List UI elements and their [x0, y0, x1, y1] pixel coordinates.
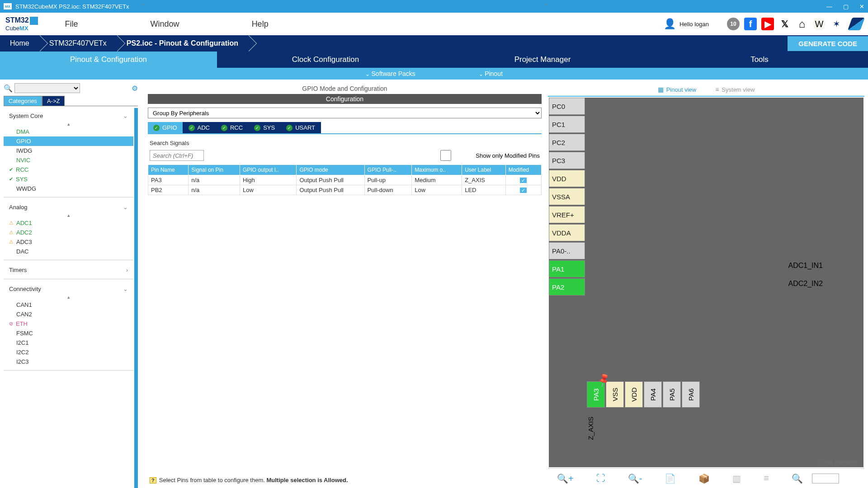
pin-VDD[interactable]: VDD: [625, 381, 643, 408]
tab-pinout[interactable]: Pinout & Configuration: [0, 52, 217, 68]
minimize-button[interactable]: ―: [826, 3, 832, 10]
crumb-home[interactable]: Home: [0, 35, 39, 52]
section-timers[interactable]: Timers›: [4, 262, 133, 275]
tab-az[interactable]: A->Z: [42, 96, 65, 106]
rotate-icon[interactable]: 📄: [665, 473, 676, 484]
pin-PA6[interactable]: PA6: [682, 381, 700, 408]
item-adc2[interactable]: ⚠ADC2: [4, 228, 133, 237]
st-logo[interactable]: [848, 18, 865, 30]
tab-project[interactable]: Project Manager: [434, 52, 651, 68]
item-adc1[interactable]: ⚠ADC1: [4, 218, 133, 228]
pin-VSSA[interactable]: VSSA: [549, 188, 585, 205]
pin-PC2[interactable]: PC2: [549, 134, 585, 151]
item-sys[interactable]: ✔SYS: [4, 174, 133, 184]
item-dma[interactable]: DMA: [4, 127, 133, 136]
item-gpio[interactable]: GPIO: [4, 136, 133, 146]
pin-VSS[interactable]: VSS: [606, 381, 624, 408]
close-button[interactable]: ✕: [859, 3, 864, 10]
tab-clock[interactable]: Clock Configuration: [217, 52, 434, 68]
item-eth[interactable]: ⊘ETH: [4, 319, 133, 328]
pin-VREF[interactable]: VREF+: [549, 206, 585, 223]
ptab-sys[interactable]: ✓SYS: [249, 122, 281, 133]
pin-PA4[interactable]: PA4: [644, 381, 662, 408]
col-header[interactable]: GPIO Pull-..: [364, 165, 412, 175]
settings-icon[interactable]: ⚙: [132, 84, 138, 93]
pinout-menu[interactable]: Pinout: [479, 70, 503, 77]
col-header[interactable]: Modified: [505, 165, 541, 175]
col-header[interactable]: GPIO mode: [297, 165, 364, 175]
x-icon[interactable]: 𝕏: [778, 18, 791, 30]
package-icon[interactable]: 📦: [698, 473, 710, 484]
ptab-gpio[interactable]: ✓GPIO: [148, 122, 183, 133]
item-rcc[interactable]: ✔RCC: [4, 165, 133, 174]
pin-VDDA[interactable]: VDDA: [549, 224, 585, 241]
collapse-handle[interactable]: ▴: [4, 212, 133, 218]
zoom-out-icon[interactable]: 🔍-: [628, 473, 642, 484]
item-i2c1[interactable]: I2C1: [4, 338, 133, 347]
zoom-in-icon[interactable]: 🔍+: [557, 473, 574, 484]
ptab-usart[interactable]: ✓USART: [281, 122, 321, 133]
pinout-view-tab[interactable]: ▦Pinout view: [655, 85, 699, 94]
pin-PA1[interactable]: PA1: [549, 260, 585, 277]
pin-PA5[interactable]: PA5: [663, 381, 681, 408]
item-i2c3[interactable]: I2C3: [4, 357, 133, 366]
community-icon[interactable]: ✶: [830, 18, 843, 30]
col-header[interactable]: User Label: [462, 165, 505, 175]
ptab-rcc[interactable]: ✓RCC: [216, 122, 249, 133]
pin-PC1[interactable]: PC1: [549, 116, 585, 133]
facebook-icon[interactable]: f: [744, 18, 757, 30]
system-view-tab[interactable]: ≡System view: [712, 85, 757, 94]
menu-help[interactable]: Help: [252, 19, 269, 29]
pin-PA0[interactable]: PA0-..: [549, 242, 585, 259]
software-packs-menu[interactable]: Software Packs: [365, 70, 415, 77]
maximize-button[interactable]: ▢: [843, 3, 849, 10]
menu-file[interactable]: File: [65, 19, 78, 29]
col-header[interactable]: GPIO output l..: [240, 165, 296, 175]
chip-canvas[interactable]: PC0PC1PC2PC3VDDVSSAVREF+VDDAPA0-..PA1PA2…: [549, 98, 863, 467]
item-fsmc[interactable]: FSMC: [4, 328, 133, 338]
item-can1[interactable]: CAN1: [4, 300, 133, 310]
item-adc3[interactable]: ⚠ADC3: [4, 237, 133, 247]
col-header[interactable]: Signal on Pin: [189, 165, 240, 175]
splitter-right[interactable]: [543, 83, 548, 488]
tab-categories[interactable]: Categories: [4, 96, 42, 106]
pin-PA2[interactable]: PA2: [549, 278, 585, 296]
search-signals-input[interactable]: [150, 150, 204, 161]
badge-icon[interactable]: 10: [727, 18, 740, 30]
wiki-icon[interactable]: W: [813, 18, 826, 30]
pin-PC0[interactable]: PC0: [549, 98, 585, 115]
show-modified-checkbox[interactable]: Show only Modified Pins: [419, 150, 540, 161]
item-i2c2[interactable]: I2C2: [4, 347, 133, 357]
github-icon[interactable]: ⌂: [796, 18, 808, 30]
find-input[interactable]: [812, 474, 839, 483]
pin-VDD[interactable]: VDD: [549, 170, 585, 187]
item-can2[interactable]: CAN2: [4, 310, 133, 319]
collapse-handle[interactable]: ▴: [4, 294, 133, 300]
col-header[interactable]: Pin Name: [148, 165, 189, 175]
youtube-icon[interactable]: ▶: [761, 18, 774, 30]
fit-icon[interactable]: ⛶: [596, 473, 605, 483]
item-nvic[interactable]: NVIC: [4, 155, 133, 165]
generate-code-button[interactable]: GENERATE CODE: [788, 36, 868, 51]
tab-tools[interactable]: Tools: [651, 52, 868, 68]
section-system-core[interactable]: System Core⌄: [4, 108, 133, 121]
item-dac[interactable]: DAC: [4, 247, 133, 256]
layers-icon[interactable]: ≡: [764, 473, 769, 483]
collapse-handle[interactable]: ▴: [4, 121, 133, 127]
mode-select[interactable]: [14, 83, 80, 93]
item-wwdg[interactable]: WWDG: [4, 184, 133, 193]
grid-icon[interactable]: ▥: [732, 473, 741, 484]
section-connectivity[interactable]: Connectivity⌄: [4, 281, 133, 294]
ptab-adc[interactable]: ✓ADC: [183, 122, 216, 133]
section-analog[interactable]: Analog⌄: [4, 199, 133, 212]
splitter-left[interactable]: [142, 83, 146, 488]
crumb-file[interactable]: PS2.ioc - Pinout & Configuration: [117, 35, 248, 52]
user-greeting[interactable]: 👤 Hello logan: [664, 18, 709, 30]
pin-PC3[interactable]: PC3: [549, 152, 585, 169]
table-row[interactable]: PA3n/aHighOutput Push PullPull-upMediumZ…: [148, 175, 542, 185]
crumb-chip[interactable]: STM32F407VETx: [39, 35, 117, 52]
col-header[interactable]: Maximum o..: [412, 165, 462, 175]
item-iwdg[interactable]: IWDG: [4, 146, 133, 155]
menu-window[interactable]: Window: [151, 19, 179, 29]
find-icon[interactable]: 🔍: [792, 473, 803, 484]
